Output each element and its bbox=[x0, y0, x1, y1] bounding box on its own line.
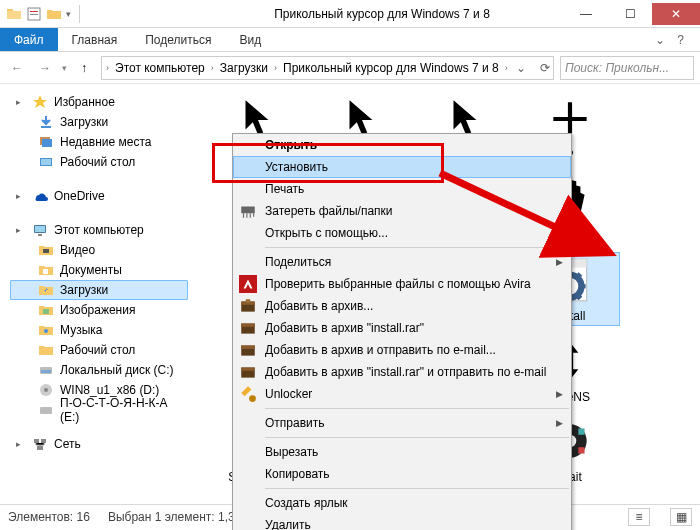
view-details-button[interactable]: ≡ bbox=[628, 508, 650, 526]
sidebar-item[interactable]: Музыка bbox=[10, 320, 188, 340]
svg-rect-15 bbox=[41, 370, 51, 373]
winrar-icon bbox=[239, 363, 257, 381]
ctx-shortcut[interactable]: Создать ярлык bbox=[233, 492, 571, 514]
shredder-icon bbox=[239, 202, 257, 220]
avira-icon bbox=[239, 275, 257, 293]
svg-rect-41 bbox=[246, 299, 251, 302]
ctx-archive[interactable]: Добавить в архив и отправить по e-mail..… bbox=[233, 339, 571, 361]
sidebar-item[interactable]: Недавние места bbox=[10, 132, 188, 152]
search-input[interactable]: Поиск: Прикольн... bbox=[560, 56, 694, 80]
separator bbox=[265, 408, 569, 409]
unlocker-icon bbox=[239, 385, 257, 403]
svg-rect-18 bbox=[40, 407, 52, 414]
sidebar-item-downloads[interactable]: Загрузки bbox=[10, 280, 188, 300]
svg-rect-3 bbox=[41, 126, 51, 128]
sidebar-item[interactable]: Рабочий стол bbox=[10, 340, 188, 360]
sidebar-item[interactable]: Рабочий стол bbox=[10, 152, 188, 172]
sidebar-favorites[interactable]: ▸Избранное bbox=[10, 92, 188, 112]
winrar-icon bbox=[239, 341, 257, 359]
sidebar-item[interactable]: Документы bbox=[10, 260, 188, 280]
svg-rect-2 bbox=[30, 14, 38, 15]
svg-rect-45 bbox=[241, 346, 255, 349]
nav-up-button[interactable]: ↑ bbox=[73, 57, 95, 79]
ctx-openwith[interactable]: Открыть с помощью... bbox=[233, 222, 571, 244]
svg-rect-37 bbox=[241, 207, 255, 214]
separator bbox=[265, 488, 569, 489]
submenu-arrow-icon: ▶ bbox=[556, 257, 563, 267]
close-button[interactable]: ✕ bbox=[652, 3, 700, 25]
breadcrumb-item[interactable]: Прикольный курсор для Windows 7 и 8 bbox=[279, 61, 503, 75]
sidebar-item[interactable]: Локальный диск (C:) bbox=[10, 360, 188, 380]
sidebar-item[interactable]: Загрузки bbox=[10, 112, 188, 132]
separator bbox=[265, 247, 569, 248]
new-folder-icon[interactable] bbox=[46, 6, 62, 22]
qat-dropdown-icon[interactable]: ▾ bbox=[66, 9, 71, 19]
ctx-archive[interactable]: Добавить в архив "install.rar" bbox=[233, 317, 571, 339]
separator bbox=[265, 437, 569, 438]
sidebar-item[interactable]: Видео bbox=[10, 240, 188, 260]
maximize-button[interactable]: ☐ bbox=[608, 3, 652, 25]
ctx-share[interactable]: Поделиться▶ bbox=[233, 251, 571, 273]
ribbon-collapse-icon[interactable]: ⌄ ? bbox=[639, 28, 700, 51]
addr-dropdown-icon[interactable]: ⌄ bbox=[510, 61, 532, 75]
ctx-archive[interactable]: Добавить в архив "install.rar" и отправи… bbox=[233, 361, 571, 383]
navigation-pane: ▸Избранное Загрузки Недавние места Рабоч… bbox=[0, 84, 192, 504]
svg-rect-5 bbox=[42, 139, 52, 147]
ctx-avira[interactable]: Проверить выбранные файлы с помощью Avir… bbox=[233, 273, 571, 295]
tab-share[interactable]: Поделиться bbox=[131, 28, 225, 51]
separator bbox=[79, 5, 80, 23]
winrar-icon bbox=[239, 297, 257, 315]
nav-history-dropdown[interactable]: ▾ bbox=[62, 63, 67, 73]
ctx-unlocker[interactable]: Unlocker▶ bbox=[233, 383, 571, 405]
window-title: Прикольный курсор для Windows 7 и 8 bbox=[200, 7, 564, 21]
ctx-cut[interactable]: Вырезать bbox=[233, 441, 571, 463]
context-menu: Открыть Установить Печать Затереть файлы… bbox=[232, 133, 572, 530]
svg-point-48 bbox=[249, 395, 256, 402]
status-count: Элементов: 16 bbox=[8, 510, 90, 524]
nav-forward-button[interactable]: → bbox=[34, 57, 56, 79]
svg-rect-11 bbox=[43, 249, 49, 253]
svg-rect-35 bbox=[578, 429, 584, 435]
nav-back-button[interactable]: ← bbox=[6, 57, 28, 79]
ctx-install[interactable]: Установить bbox=[233, 156, 571, 178]
sidebar-this-pc[interactable]: ▸Этот компьютер bbox=[10, 220, 188, 240]
ctx-delete[interactable]: Удалить bbox=[233, 514, 571, 530]
address-bar[interactable]: › Этот компьютер› Загрузки› Прикольный к… bbox=[101, 56, 554, 80]
svg-rect-28 bbox=[579, 284, 585, 288]
tab-file[interactable]: Файл bbox=[0, 28, 58, 51]
minimize-button[interactable]: — bbox=[564, 3, 608, 25]
svg-rect-7 bbox=[41, 159, 51, 165]
svg-rect-10 bbox=[38, 234, 42, 236]
svg-rect-19 bbox=[34, 439, 39, 443]
svg-rect-21 bbox=[37, 446, 43, 450]
ctx-archive[interactable]: Добавить в архив... bbox=[233, 295, 571, 317]
svg-rect-20 bbox=[41, 439, 46, 443]
sidebar-network[interactable]: ▸Сеть bbox=[10, 434, 188, 454]
breadcrumb-item[interactable]: Этот компьютер bbox=[111, 61, 209, 75]
ctx-sendto[interactable]: Отправить▶ bbox=[233, 412, 571, 434]
breadcrumb-item[interactable]: Загрузки bbox=[216, 61, 272, 75]
svg-rect-12 bbox=[43, 269, 48, 274]
sidebar-item[interactable]: П-О-С-Т-О-Я-Н-К-А (E:) bbox=[10, 400, 188, 420]
winrar-icon bbox=[239, 319, 257, 337]
svg-rect-13 bbox=[43, 309, 49, 314]
view-icons-button[interactable]: ▦ bbox=[670, 508, 692, 526]
submenu-arrow-icon: ▶ bbox=[556, 418, 563, 428]
ctx-copy[interactable]: Копировать bbox=[233, 463, 571, 485]
svg-rect-36 bbox=[578, 447, 584, 453]
submenu-arrow-icon: ▶ bbox=[556, 389, 563, 399]
folder-icon bbox=[6, 6, 22, 22]
tab-view[interactable]: Вид bbox=[225, 28, 275, 51]
refresh-icon[interactable]: ⟳ bbox=[534, 61, 554, 75]
svg-rect-47 bbox=[241, 368, 255, 371]
sidebar-onedrive[interactable]: ▸OneDrive bbox=[10, 186, 188, 206]
properties-icon[interactable] bbox=[26, 6, 42, 22]
tab-home[interactable]: Главная bbox=[58, 28, 132, 51]
ctx-open[interactable]: Открыть bbox=[233, 134, 571, 156]
ctx-shred[interactable]: Затереть файлы/папки bbox=[233, 200, 571, 222]
svg-point-17 bbox=[44, 388, 48, 392]
svg-rect-9 bbox=[35, 226, 45, 232]
ctx-print[interactable]: Печать bbox=[233, 178, 571, 200]
svg-rect-43 bbox=[241, 324, 255, 327]
sidebar-item[interactable]: Изображения bbox=[10, 300, 188, 320]
